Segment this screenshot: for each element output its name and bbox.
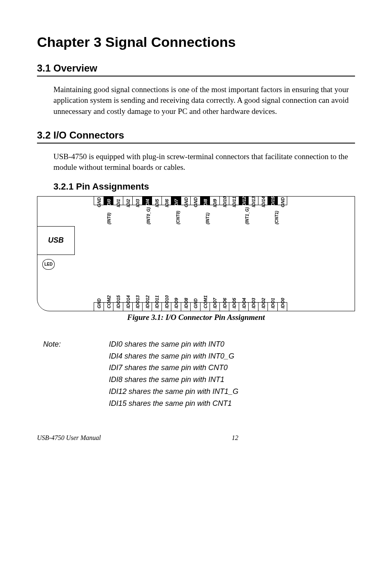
bottom-terminal-label-9: IDO8 <box>184 300 189 308</box>
bracket-labels-row: (INT0)(INT0_G)(CNT0)(INT1)(INT1_G)(CNT1) <box>94 217 291 222</box>
bottom-terminal-label-13: IDO6 <box>222 300 227 308</box>
bottom-terminal-label-5: IDO12 <box>145 300 150 308</box>
bottom-terminal-10: GND <box>190 302 201 311</box>
bottom-terminal-19: IDO0 <box>277 302 288 311</box>
note-line-4: IDI12 shares the same pin with INT1_G <box>109 386 238 398</box>
bottom-terminal-label-17: IDO2 <box>261 300 266 308</box>
top-terminal-label-7: IDI6 <box>164 199 169 207</box>
top-terminal-label-5: IDI4 <box>145 199 150 207</box>
section-32-heading: 3.2 I/O Connectors <box>37 130 355 144</box>
bottom-terminal-label-4: IDO13 <box>135 300 140 308</box>
top-terminal-label-9: GND <box>184 199 189 207</box>
bracket-slot-14 <box>235 214 240 224</box>
bottom-terminal-label-6: IDO11 <box>154 300 159 308</box>
bottom-terminal-5: IDO12 <box>142 302 152 311</box>
top-terminal-label-17: IDI14 <box>261 199 266 207</box>
bracket-slot-11: (INT1) <box>205 214 210 224</box>
bottom-terminal-2: IDO15 <box>113 302 123 311</box>
top-terminal-0: GND <box>94 196 104 205</box>
top-terminal-label-3: IDI2 <box>126 199 131 207</box>
bottom-terminal-14: IDO5 <box>229 302 239 311</box>
top-terminal-13: IDI10 <box>219 196 230 205</box>
top-terminal-label-10: GND <box>193 199 198 207</box>
top-terminal-11: IDI8 <box>200 196 210 205</box>
note-line-1: IDI4 shares the same pin with INT0_G <box>109 350 238 362</box>
note-line-5: IDI15 shares the same pin with CNT1 <box>109 398 238 410</box>
bottom-terminal-8: IDO9 <box>171 302 181 311</box>
top-terminal-label-12: IDI9 <box>212 199 217 207</box>
bracket-slot-2 <box>117 214 121 224</box>
bottom-terminal-strip: GNDCOM2IDO15IDO14IDO13IDO12IDO11IDO10IDO… <box>94 302 287 311</box>
top-terminal-12: IDI9 <box>210 196 220 205</box>
bracket-slot-5: (INT0_G) <box>146 214 151 224</box>
top-terminal-label-4: IDI3 <box>135 199 140 207</box>
bottom-terminal-0: GND <box>94 302 104 311</box>
top-terminal-6: IDI5 <box>152 196 162 205</box>
top-terminal-label-16: IDI13 <box>251 199 256 207</box>
top-terminal-label-13: IDI10 <box>222 199 227 207</box>
top-terminal-label-0: GND <box>97 199 101 207</box>
figure-caption: Figure 3.1: I/O Connector Pin Assignment <box>37 313 355 322</box>
note-content: IDI0 shares the same pin with INT0IDI4 s… <box>109 338 238 410</box>
bottom-terminal-6: IDO11 <box>152 302 162 311</box>
bracket-slot-19 <box>284 214 289 224</box>
bottom-terminal-label-12: IDO7 <box>212 300 217 308</box>
footer-page-number: 12 <box>232 434 355 442</box>
bracket-slot-1: (INT0) <box>107 214 111 224</box>
page-footer: USB-4750 User Manual 12 <box>37 434 355 442</box>
note-label: Note: <box>37 338 109 410</box>
bracket-slot-15: (INT1_G) <box>245 214 249 224</box>
bottom-terminal-15: IDO4 <box>239 302 249 311</box>
bottom-terminal-18: IDO1 <box>267 302 278 311</box>
bottom-terminal-17: IDO2 <box>258 302 268 311</box>
top-terminal-17: IDI14 <box>258 196 268 205</box>
bracket-slot-8: (CNT0) <box>176 214 180 224</box>
note-line-0: IDI0 shares the same pin with INT0 <box>109 338 238 350</box>
bottom-terminal-label-15: IDO4 <box>242 300 247 308</box>
bottom-terminal-label-11: COM1 <box>203 300 208 308</box>
bracket-slot-18: (CNT1) <box>274 214 279 224</box>
bottom-terminal-label-0: GND <box>97 300 101 308</box>
bracket-slot-17 <box>265 214 269 224</box>
top-terminal-7: IDI6 <box>161 196 172 205</box>
top-terminal-14: IDI11 <box>229 196 239 205</box>
top-terminal-strip: GNDIDI0IDI1IDI2IDI3IDI4IDI5IDI6IDI7GNDGN… <box>94 196 287 205</box>
bottom-terminal-label-19: IDO0 <box>280 300 285 308</box>
top-terminal-label-18: IDI15 <box>270 199 275 207</box>
top-terminal-8: IDI7 <box>171 196 181 205</box>
top-terminal-19: GND <box>277 196 288 205</box>
top-terminal-1: IDI0 <box>104 196 114 205</box>
top-terminal-3: IDI2 <box>123 196 133 205</box>
bottom-terminal-9: IDO8 <box>181 302 191 311</box>
bracket-slot-10 <box>196 214 200 224</box>
bracket-slot-6 <box>156 214 161 224</box>
section-31-body: Maintaining good signal connections is o… <box>53 84 355 117</box>
bottom-terminal-label-2: IDO15 <box>116 300 121 308</box>
bottom-terminal-label-3: IDO14 <box>126 300 131 308</box>
top-terminal-4: IDI3 <box>132 196 143 205</box>
bottom-terminal-label-14: IDO5 <box>232 300 237 308</box>
bottom-terminal-label-18: IDO1 <box>270 300 275 308</box>
bracket-slot-3 <box>127 214 131 224</box>
bottom-terminal-label-8: IDO9 <box>174 300 179 308</box>
top-terminal-10: GND <box>190 196 201 205</box>
bottom-terminal-label-16: IDO3 <box>251 300 256 308</box>
top-terminal-label-11: IDI8 <box>203 199 208 207</box>
top-terminal-5: IDI4 <box>142 196 152 205</box>
bottom-terminal-3: IDO14 <box>123 302 133 311</box>
bottom-terminal-label-7: IDO10 <box>164 300 169 308</box>
footer-manual-title: USB-4750 User Manual <box>37 434 232 442</box>
section-31-heading: 3.1 Overview <box>37 63 355 76</box>
top-terminal-15: IDI12 <box>239 196 249 205</box>
top-terminal-label-8: IDI7 <box>174 199 179 207</box>
note-section: Note: IDI0 shares the same pin with INT0… <box>37 338 355 410</box>
top-terminal-18: IDI15 <box>267 196 278 205</box>
bottom-terminal-7: IDO10 <box>161 302 172 311</box>
top-terminal-label-14: IDI11 <box>232 199 237 207</box>
bracket-slot-4 <box>136 214 141 224</box>
note-line-3: IDI8 shares the same pin with INT1 <box>109 374 238 386</box>
top-terminal-label-19: GND <box>280 199 285 207</box>
bottom-terminal-13: IDO6 <box>219 302 230 311</box>
bottom-terminal-11: COM1 <box>200 302 210 311</box>
top-terminal-label-2: IDI1 <box>116 199 121 207</box>
